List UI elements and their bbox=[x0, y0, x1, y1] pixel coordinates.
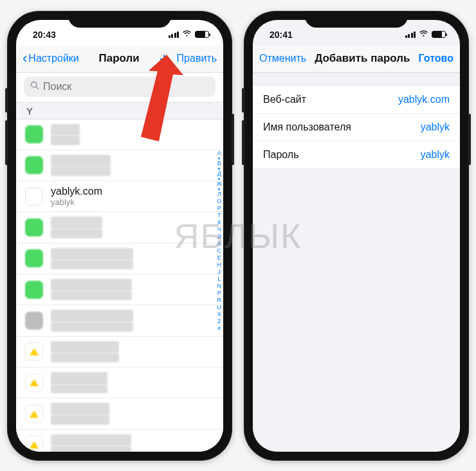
form-value[interactable]: yablyk bbox=[421, 149, 450, 161]
password-row[interactable]: yablyk.comsomeone@gmail.com bbox=[16, 274, 223, 305]
row-site: yablyk.com bbox=[51, 217, 102, 228]
row-site: yablyk.com bbox=[51, 186, 102, 197]
add-password-form: Веб-сайтyablyk.comИмя пользователяyablyk… bbox=[253, 85, 460, 169]
done-button[interactable]: Готово bbox=[419, 53, 453, 64]
index-letter[interactable]: H bbox=[217, 262, 222, 268]
index-letter[interactable]: N bbox=[217, 283, 222, 289]
password-row[interactable]: yablyk.comactivegmail.com bbox=[16, 150, 223, 181]
screen-add-password: 20:41 Отменить Добавить пароль Готово Ве… bbox=[253, 20, 460, 452]
index-letter[interactable]: Z bbox=[217, 319, 221, 324]
password-row[interactable]: yandex.byadmin@yandex.ru bbox=[16, 337, 223, 368]
site-favicon bbox=[25, 312, 43, 330]
form-row[interactable]: Парольyablyk bbox=[253, 141, 460, 169]
search-input[interactable] bbox=[43, 81, 209, 93]
form-row[interactable]: Имя пользователяyablyk bbox=[253, 114, 460, 141]
index-letter[interactable]: Т bbox=[217, 213, 221, 218]
row-site: yandex.by bbox=[51, 372, 107, 384]
form-value[interactable]: yablyk bbox=[421, 121, 450, 133]
index-letter[interactable]: Р bbox=[217, 206, 221, 211]
password-row[interactable]: yandex-team.ruusername@yandex.ru bbox=[16, 305, 223, 336]
svg-line-1 bbox=[36, 87, 38, 89]
password-row[interactable]: yandex.byinfouser@ya.ru bbox=[16, 368, 223, 398]
section-header: Y bbox=[16, 102, 223, 120]
password-row[interactable]: yablyk.comyablyk-info bbox=[16, 212, 223, 243]
password-row[interactable]: yandex.byanton.me@yandex.ru bbox=[16, 430, 223, 452]
row-user: one_two@ya.ru bbox=[51, 415, 109, 425]
row-user: u-help bbox=[51, 136, 80, 145]
row-user: admin@yandex.ru bbox=[51, 353, 119, 362]
row-site: yablyk.com bbox=[51, 279, 132, 290]
row-user: password@gmail.com bbox=[51, 260, 133, 269]
form-label: Пароль bbox=[263, 149, 299, 161]
row-site: yandex-team.ru bbox=[51, 310, 133, 321]
index-letter[interactable]: U bbox=[217, 305, 222, 310]
section-index[interactable]: АВДЖЛОРТХЧЭACEHJLNPRUXZ# bbox=[217, 150, 222, 332]
nav-bar: ‹ Настройки Пароли + Править bbox=[16, 46, 223, 73]
battery-icon bbox=[195, 31, 209, 38]
row-user: infouser@ya.ru bbox=[51, 384, 107, 394]
notch bbox=[68, 11, 171, 28]
notch bbox=[305, 11, 408, 28]
index-letter[interactable]: Ж bbox=[217, 181, 222, 187]
index-letter[interactable]: Д bbox=[217, 171, 221, 177]
page-title: Пароли bbox=[98, 52, 139, 65]
index-letter[interactable]: E bbox=[217, 255, 221, 261]
row-user: someone@gmail.com bbox=[51, 291, 132, 301]
index-letter[interactable]: О bbox=[217, 199, 221, 204]
password-row[interactable]: yablyk.compassword@gmail.com bbox=[16, 244, 223, 274]
back-button[interactable]: Настройки bbox=[28, 53, 78, 64]
site-favicon bbox=[25, 281, 43, 299]
index-letter[interactable]: J bbox=[218, 269, 221, 275]
site-favicon bbox=[25, 405, 43, 423]
site-favicon bbox=[25, 156, 43, 174]
site-favicon bbox=[25, 125, 43, 143]
form-label: Имя пользователя bbox=[263, 121, 351, 133]
form-value[interactable]: yablyk.com bbox=[398, 94, 450, 105]
battery-icon bbox=[432, 31, 446, 38]
site-favicon: Я bbox=[25, 188, 43, 206]
index-letter[interactable]: В bbox=[217, 161, 221, 166]
phone-frame-right: 20:41 Отменить Добавить пароль Готово Ве… bbox=[244, 11, 469, 461]
row-site: yablyk.com bbox=[51, 155, 111, 166]
row-user: yablyk bbox=[51, 198, 102, 208]
index-letter[interactable]: Э bbox=[217, 234, 221, 240]
form-label: Веб-сайт bbox=[263, 94, 306, 105]
row-site: yandex.by bbox=[51, 403, 109, 414]
site-favicon bbox=[25, 436, 43, 451]
row-user: username@yandex.ru bbox=[51, 322, 133, 332]
edit-button[interactable]: Править bbox=[177, 53, 217, 64]
row-site: yablyk.com bbox=[51, 248, 133, 260]
index-letter[interactable]: А bbox=[217, 150, 221, 156]
screen-passwords: 20:43 ‹ Настройки Пароли + Править bbox=[16, 20, 223, 452]
password-list[interactable]: АВДЖЛОРТХЧЭACEHJLNPRUXZ# yablyku-helpyab… bbox=[16, 120, 223, 452]
search-field[interactable] bbox=[24, 76, 215, 97]
site-favicon bbox=[25, 342, 43, 360]
cell-signal-icon bbox=[405, 31, 416, 38]
row-user: anton.me@yandex.ru bbox=[51, 446, 131, 451]
cancel-button[interactable]: Отменить bbox=[259, 53, 306, 64]
index-letter[interactable]: Ч bbox=[217, 227, 221, 233]
index-letter[interactable]: A bbox=[217, 241, 221, 247]
wifi-icon bbox=[419, 30, 428, 39]
index-letter[interactable]: Х bbox=[217, 220, 221, 226]
row-user: yablyk-info bbox=[51, 229, 102, 238]
cell-signal-icon bbox=[169, 31, 179, 38]
index-letter[interactable]: L bbox=[217, 276, 221, 282]
form-row[interactable]: Веб-сайтyablyk.com bbox=[253, 85, 460, 114]
row-site: yandex.by bbox=[51, 434, 131, 446]
password-row[interactable]: Яyablyk.comyablyk bbox=[16, 181, 223, 212]
page-title: Добавить пароль bbox=[315, 52, 410, 65]
index-letter[interactable]: P bbox=[217, 290, 221, 296]
status-time: 20:43 bbox=[33, 30, 56, 40]
index-letter[interactable]: X bbox=[217, 312, 221, 317]
index-letter[interactable]: R bbox=[217, 298, 222, 303]
row-site: yablyk bbox=[51, 124, 80, 136]
site-favicon bbox=[25, 374, 43, 392]
password-row[interactable]: yablyku-help bbox=[16, 120, 223, 150]
search-icon bbox=[30, 81, 39, 92]
index-letter[interactable]: C bbox=[217, 248, 222, 254]
index-letter[interactable]: # bbox=[217, 326, 221, 332]
phone-frame-left: 20:43 ‹ Настройки Пароли + Править bbox=[7, 11, 232, 461]
index-letter[interactable]: Л bbox=[217, 191, 221, 197]
password-row[interactable]: yandex.byone_two@ya.ru bbox=[16, 398, 223, 429]
